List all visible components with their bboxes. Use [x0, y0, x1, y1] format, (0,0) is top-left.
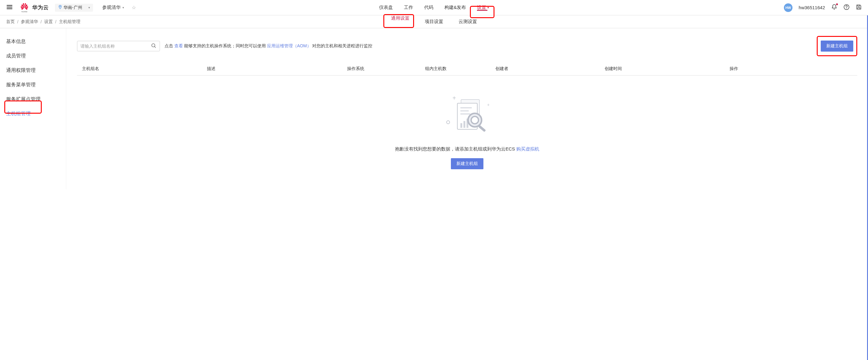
table-header-row: 主机组名 描述 操作系统 组内主机数 创建者 创建时间 操作 [77, 62, 857, 76]
hint-link-view[interactable]: 查看 [174, 43, 183, 48]
breadcrumb-home[interactable]: 首页 [6, 19, 15, 25]
create-hostgroup-button[interactable]: 新建主机组 [821, 40, 853, 52]
svg-rect-12 [463, 121, 465, 128]
username: hw36511642 [799, 5, 825, 10]
empty-illustration: + + [439, 94, 495, 137]
save-icon[interactable] [856, 4, 862, 11]
sub-header: 首页 / 参观清华 / 设置 / 主机组管理 通用设置 项目设置 云测设置 [0, 16, 868, 28]
subnav-general-settings[interactable]: 通用设置 [383, 16, 417, 21]
project-selector[interactable]: 参观清华 ▾ [102, 5, 124, 10]
main-content: 点击 查看 能够支持的主机操作系统；同时您可以使用 应用运维管理（AOM） 对您… [66, 28, 868, 189]
hamburger-menu-icon[interactable] [6, 4, 13, 11]
chevron-down-icon: ▾ [487, 6, 489, 9]
hostgroup-table: 主机组名 描述 操作系统 组内主机数 创建者 创建时间 操作 [77, 62, 857, 76]
highlight-annotation: 新建主机组 [817, 36, 857, 56]
col-creator: 创建者 [491, 62, 600, 76]
breadcrumb-hostgroup[interactable]: 主机组管理 [59, 19, 81, 25]
col-createtime: 创建时间 [600, 62, 725, 76]
huawei-logo-icon: HUAWEI [19, 2, 30, 13]
breadcrumb-settings[interactable]: 设置 [44, 19, 53, 25]
svg-text:HUAWEI: HUAWEI [22, 11, 27, 12]
breadcrumb: 首页 / 参观清华 / 设置 / 主机组管理 [0, 19, 81, 25]
notification-icon[interactable] [831, 4, 837, 11]
search-input[interactable] [81, 43, 151, 49]
col-desc: 描述 [202, 62, 343, 76]
col-hostcount: 组内主机数 [420, 62, 491, 76]
svg-text:+: + [453, 95, 456, 101]
svg-text:+: + [487, 102, 490, 107]
sidebar-item-service-ext-mgmt[interactable]: 服务扩展点管理 [0, 92, 66, 107]
table-container: 主机组名 描述 操作系统 组内主机数 创建者 创建时间 操作 + + [77, 62, 857, 182]
sidebar-item-permission-mgmt[interactable]: 通用权限管理 [0, 63, 66, 78]
nav-code[interactable]: 代码 [418, 0, 439, 15]
search-box [77, 41, 160, 51]
avatar[interactable]: HW [784, 3, 793, 12]
star-icon[interactable]: ☆ [132, 5, 136, 10]
top-header: HUAWEI 华为云 华南-广州 ▾ 参观清华 ▾ ☆ 仪表盘 工作 代码 构建… [0, 0, 868, 16]
sidebar-item-hostgroup-mgmt[interactable]: 主机组管理 [0, 107, 66, 121]
nav-settings[interactable]: 设置 ▾ [471, 5, 494, 10]
region-text: 华南-广州 [64, 5, 82, 10]
header-right: HW hw36511642 [784, 3, 862, 12]
chevron-down-icon: ▾ [88, 6, 90, 9]
sub-nav: 通用设置 项目设置 云测设置 [383, 16, 485, 28]
logo-text: 华为云 [32, 4, 49, 11]
main-nav: 仪表盘 工作 代码 构建&发布 设置 ▾ [374, 0, 494, 15]
svg-rect-11 [460, 123, 462, 128]
subnav-project-settings[interactable]: 项目设置 [417, 16, 451, 28]
sidebar-item-basic-info[interactable]: 基本信息 [0, 34, 66, 49]
sidebar-item-service-menu-mgmt[interactable]: 服务菜单管理 [0, 78, 66, 92]
sidebar: 基本信息 成员管理 通用权限管理 服务菜单管理 服务扩展点管理 主机组管理 [0, 28, 66, 189]
col-name: 主机组名 [77, 62, 202, 76]
content-wrapper: 基本信息 成员管理 通用权限管理 服务菜单管理 服务扩展点管理 主机组管理 点击… [0, 28, 868, 189]
nav-build-release[interactable]: 构建&发布 [439, 0, 471, 15]
notification-dot [836, 3, 838, 5]
empty-text: 抱歉没有找到您想要的数据，请添加主机组或到华为云ECS 购买虚拟机 [395, 146, 539, 152]
nav-dashboard[interactable]: 仪表盘 [374, 0, 398, 15]
nav-work[interactable]: 工作 [398, 0, 418, 15]
project-text: 参观清华 [102, 5, 121, 10]
breadcrumb-project[interactable]: 参观清华 [21, 19, 38, 25]
svg-point-5 [446, 121, 450, 124]
col-os: 操作系统 [342, 62, 420, 76]
empty-create-hostgroup-button[interactable]: 新建主机组 [451, 158, 484, 169]
region-selector[interactable]: 华南-广州 ▾ [55, 4, 93, 12]
empty-link-buy-vm[interactable]: 购买虚拟机 [516, 146, 539, 151]
col-actions: 操作 [725, 62, 857, 76]
empty-state: + + [77, 76, 857, 182]
hint-link-aom[interactable]: 应用运维管理（AOM） [267, 43, 311, 48]
sidebar-item-member-mgmt[interactable]: 成员管理 [0, 49, 66, 63]
toolbar: 点击 查看 能够支持的主机操作系统；同时您可以使用 应用运维管理（AOM） 对您… [77, 36, 857, 56]
svg-rect-16 [478, 125, 486, 132]
help-icon[interactable] [843, 4, 849, 11]
chevron-down-icon: ▾ [122, 6, 124, 9]
location-icon [58, 5, 62, 10]
search-icon[interactable] [151, 43, 157, 50]
subnav-cloud-settings[interactable]: 云测设置 [451, 16, 485, 28]
logo[interactable]: HUAWEI 华为云 [19, 2, 49, 13]
svg-point-15 [471, 116, 478, 124]
hint-text: 点击 查看 能够支持的主机操作系统；同时您可以使用 应用运维管理（AOM） 对您… [164, 43, 372, 49]
